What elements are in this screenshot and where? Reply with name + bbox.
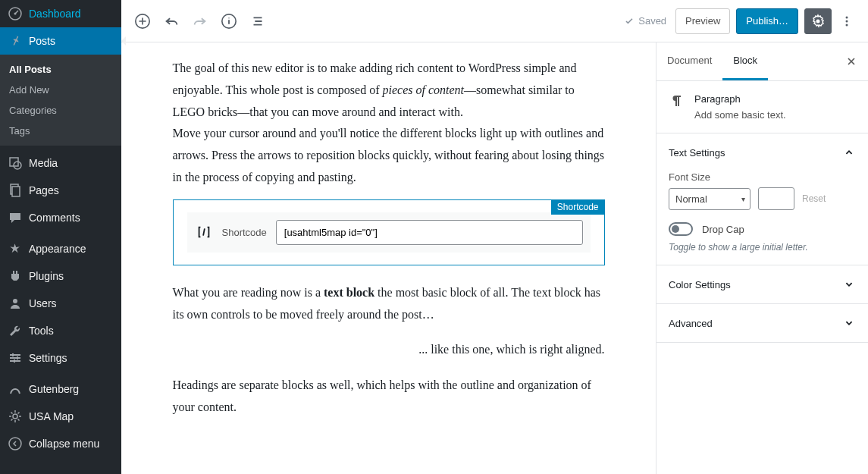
svg-rect-7 (10, 354, 20, 356)
users-icon (8, 296, 23, 311)
dashboard-icon (8, 6, 23, 21)
nav-media[interactable]: Media (0, 149, 121, 177)
chevron-down-icon (842, 278, 856, 291)
nav-appearance[interactable]: Appearance (0, 235, 121, 262)
outline-button[interactable] (244, 8, 271, 35)
nav-comments[interactable]: Comments (0, 204, 121, 231)
editor-canvas[interactable]: The goal of this new editor is to make a… (121, 42, 656, 474)
nav-label: Dashboard (29, 8, 81, 20)
tab-block[interactable]: Block (722, 42, 768, 80)
settings-toggle-button[interactable] (804, 8, 832, 34)
nav-users[interactable]: Users (0, 290, 121, 317)
paragraph-block[interactable]: ... like this one, which is right aligne… (173, 339, 605, 361)
gear-icon (8, 409, 23, 424)
font-size-label: Font Size (669, 171, 856, 183)
nav-label: Settings (29, 352, 67, 364)
subnav-categories[interactable]: Categories (0, 100, 121, 121)
svg-point-1 (14, 13, 17, 15)
panel-title: Advanced (669, 318, 713, 329)
media-icon (8, 155, 23, 171)
paragraph-block[interactable]: Headings are separate blocks as well, wh… (173, 375, 605, 419)
nav-gutenberg[interactable]: Gutenberg (0, 375, 121, 403)
paragraph-block[interactable]: The goal of this new editor is to make a… (173, 58, 605, 123)
publish-button[interactable]: Publish… (736, 8, 798, 34)
svg-rect-11 (17, 356, 18, 359)
font-size-custom-input[interactable] (758, 187, 794, 210)
panel-color-settings: Color Settings (656, 265, 868, 304)
subnav-add-new[interactable]: Add New (0, 80, 121, 100)
nav-collapse[interactable]: Collapse menu (0, 430, 121, 457)
svg-point-20 (846, 24, 848, 26)
main-area: Saved Preview Publish… The goal of this … (121, 0, 868, 474)
nav-pages[interactable]: Pages (0, 177, 121, 204)
panel-title: Text Settings (669, 147, 725, 159)
drop-cap-label: Drop Cap (702, 224, 744, 235)
plugins-icon (8, 268, 23, 284)
workspace: The goal of this new editor is to make a… (121, 42, 868, 474)
subnav-tags[interactable]: Tags (0, 121, 121, 141)
svg-point-18 (846, 16, 848, 18)
inspector-sidebar: Document Block Paragraph Add some basic … (656, 42, 868, 474)
nav-posts-submenu: All Posts Add New Categories Tags (0, 55, 121, 146)
nav-posts[interactable]: Posts (0, 27, 121, 55)
admin-sidebar: Dashboard Posts All Posts Add New Catego… (0, 0, 121, 474)
saved-label: Saved (638, 15, 666, 27)
collapse-icon (8, 436, 23, 451)
block-description: Add some basic text. (694, 109, 786, 121)
block-type-tag: Shortcode (551, 199, 605, 215)
nav-settings[interactable]: Settings (0, 344, 121, 372)
comments-icon (8, 210, 23, 225)
reset-button[interactable]: Reset (802, 193, 826, 204)
drop-cap-hint: Toggle to show a large initial letter. (669, 242, 856, 253)
editor-topbar: Saved Preview Publish… (121, 0, 868, 42)
panel-advanced: Advanced (656, 304, 868, 343)
nav-tools[interactable]: Tools (0, 317, 121, 344)
svg-rect-8 (10, 357, 20, 359)
nav-label: Media (29, 157, 58, 169)
nav-usa-map[interactable]: USA Map (0, 403, 121, 430)
nav-label: Users (29, 297, 57, 309)
svg-rect-5 (12, 187, 20, 196)
nav-label: Plugins (29, 270, 64, 282)
panel-text-settings: Text Settings Font Size Normal Reset Dro… (656, 133, 868, 265)
nav-label: Pages (29, 184, 59, 196)
svg-point-6 (13, 299, 17, 303)
add-block-button[interactable] (129, 8, 156, 35)
nav-label: Collapse menu (29, 438, 99, 450)
nav-label: Comments (29, 212, 80, 224)
info-button[interactable] (215, 8, 243, 35)
svg-point-17 (816, 19, 820, 23)
chevron-down-icon (842, 316, 856, 330)
paragraph-block[interactable]: Move your cursor around and you'll notic… (173, 123, 605, 188)
pages-icon (8, 183, 23, 198)
nav-label: USA Map (29, 410, 74, 422)
gutenberg-icon (8, 381, 23, 397)
block-name: Paragraph (694, 93, 786, 105)
nav-dashboard[interactable]: Dashboard (0, 0, 121, 27)
saved-indicator: Saved (623, 15, 666, 27)
svg-rect-12 (14, 359, 15, 363)
shortcode-label: Shortcode (222, 227, 267, 238)
tab-document[interactable]: Document (656, 42, 722, 80)
more-menu-button[interactable] (833, 8, 860, 35)
paragraph-block[interactable]: What you are reading now is a text block… (173, 282, 605, 326)
svg-point-14 (9, 438, 21, 450)
subnav-all-posts[interactable]: All Posts (0, 59, 121, 80)
panel-toggle[interactable]: Text Settings (656, 133, 868, 171)
font-size-select[interactable]: Normal (669, 188, 750, 210)
check-icon (623, 15, 635, 27)
undo-button[interactable] (158, 8, 185, 35)
nav-label: Gutenberg (29, 383, 79, 395)
nav-plugins[interactable]: Plugins (0, 262, 121, 290)
preview-button[interactable]: Preview (675, 8, 730, 34)
drop-cap-toggle[interactable] (669, 222, 693, 236)
nav-label: Posts (29, 35, 55, 47)
shortcode-block[interactable]: Shortcode Shortcode (173, 199, 605, 265)
panel-toggle[interactable]: Color Settings (656, 265, 868, 303)
svg-point-3 (14, 162, 21, 169)
redo-button[interactable] (186, 8, 214, 35)
close-inspector-button[interactable] (835, 48, 868, 75)
shortcode-input[interactable] (276, 220, 583, 245)
pushpin-icon (8, 33, 23, 49)
panel-toggle[interactable]: Advanced (656, 304, 868, 342)
